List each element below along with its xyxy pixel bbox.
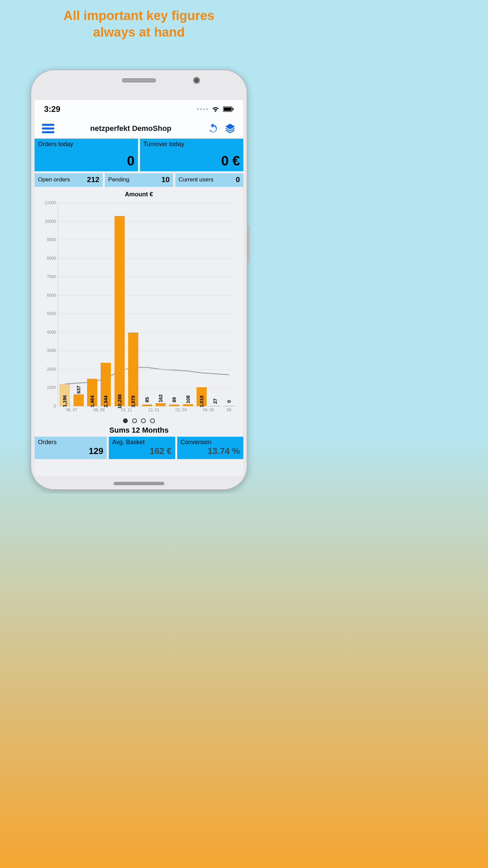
- tile-label: Avg. Basket: [112, 439, 171, 446]
- y-tick: 4000: [47, 330, 58, 335]
- tile-value: 0: [38, 153, 135, 169]
- bar-value-label: 85: [144, 397, 150, 403]
- tile-label: Orders: [38, 439, 103, 446]
- x-tick: 02, 03: [176, 406, 187, 412]
- bar-02[interactable]: 89: [169, 405, 179, 406]
- y-tick: 1000: [47, 385, 58, 390]
- refresh-icon[interactable]: [207, 123, 219, 134]
- wifi-icon: [211, 106, 220, 113]
- bar-value-label: 1,196: [62, 395, 67, 407]
- kpi-small-row: Open orders 212 Pending 10 Current users…: [35, 173, 243, 187]
- bar-value-label: 1,484: [89, 395, 95, 407]
- phone-speaker: [122, 78, 156, 82]
- bar-value-label: 162: [158, 394, 163, 402]
- sums-title: Sums 12 Months: [39, 426, 239, 435]
- tile-orders-today[interactable]: Orders today 0: [35, 139, 138, 171]
- battery-icon: [223, 106, 234, 112]
- app-title: netzperfekt DemoShop: [60, 124, 202, 133]
- tile-label: Conversion: [181, 439, 240, 446]
- bar-value-label: 108: [185, 395, 191, 403]
- y-tick: 8000: [47, 256, 58, 261]
- bar-06[interactable]: 1,196: [60, 384, 70, 406]
- status-bar: 3:29: [35, 100, 243, 118]
- tile-value: 0: [236, 175, 240, 184]
- bar-08[interactable]: 1,484: [87, 379, 97, 406]
- bar-11[interactable]: 3,979: [128, 333, 138, 406]
- bar-value-label: 10,288: [117, 394, 122, 409]
- tile-label: Turnover today: [143, 141, 240, 148]
- tile-sums-basket[interactable]: Avg. Basket 162 €: [109, 437, 175, 459]
- status-icons: [197, 106, 234, 113]
- chart-title: Amount €: [39, 191, 239, 198]
- y-tick: 3000: [47, 348, 58, 353]
- tile-value: 13.74 %: [181, 446, 240, 456]
- cellular-icon: [197, 108, 208, 110]
- bar-07[interactable]: 637: [74, 394, 84, 406]
- bar-01[interactable]: 162: [156, 403, 166, 406]
- tile-label: Orders today: [38, 141, 135, 148]
- app-header: netzperfekt DemoShop: [35, 118, 243, 139]
- y-tick: 10000: [45, 219, 58, 224]
- bar-05[interactable]: 27: [210, 406, 220, 406]
- x-tick: 04, 05: [203, 406, 214, 412]
- bar-value-label: 89: [171, 397, 177, 402]
- pagination-dots[interactable]: [39, 418, 239, 425]
- tile-current-users[interactable]: Current users 0: [175, 173, 243, 187]
- tile-value: 129: [38, 446, 103, 456]
- headline-line-1: All important key figures: [63, 8, 215, 23]
- menu-icon[interactable]: [42, 124, 54, 133]
- y-tick: 9000: [47, 237, 58, 242]
- y-tick: 5000: [47, 311, 58, 316]
- bar-value-label: 27: [212, 398, 218, 404]
- bar-04[interactable]: 1,018: [197, 387, 207, 406]
- tile-label: Pending: [108, 176, 161, 183]
- tile-sums-orders[interactable]: Orders 129: [35, 437, 107, 459]
- tile-open-orders[interactable]: Open orders 212: [35, 173, 103, 187]
- svg-rect-1: [224, 107, 231, 111]
- headline-line-2: always at hand: [93, 25, 185, 39]
- tile-label: Open orders: [38, 176, 87, 183]
- bar-06[interactable]: 0: [224, 406, 234, 406]
- x-tick: 06: [227, 406, 231, 412]
- dot-3[interactable]: [150, 418, 155, 423]
- chart-section: Amount € 0100020003000400050006000700080…: [35, 187, 243, 435]
- dot-1[interactable]: [132, 418, 137, 423]
- app-screen: 3:29 netzperfekt DemoShop: [35, 100, 243, 476]
- x-tick: 12, 01: [148, 406, 159, 412]
- marketing-headline: All important key figures always at hand: [0, 0, 278, 41]
- svg-rect-2: [233, 108, 234, 110]
- y-tick: 11000: [45, 200, 58, 205]
- phone-home-bar: [114, 482, 164, 485]
- y-tick: 0: [54, 404, 58, 409]
- tile-label: Current users: [179, 176, 236, 183]
- bar-value-label: 1,018: [199, 395, 204, 407]
- bar-03[interactable]: 108: [183, 404, 193, 406]
- y-tick: 7000: [47, 274, 58, 279]
- chart-canvas[interactable]: 0100020003000400050006000700080009000100…: [39, 199, 239, 416]
- tile-pending[interactable]: Pending 10: [105, 173, 173, 187]
- sums-tiles: Orders 129 Avg. Basket 162 € Conversion …: [35, 437, 243, 459]
- bar-value-label: 0: [226, 400, 232, 403]
- y-tick: 2000: [47, 367, 58, 372]
- layers-icon[interactable]: [224, 123, 236, 134]
- y-tick: 6000: [47, 293, 58, 298]
- phone-front-camera: [193, 77, 200, 84]
- bar-09[interactable]: 2,344: [101, 363, 111, 406]
- dot-0[interactable]: [123, 418, 128, 423]
- kpi-today-row: Orders today 0 Turnover today 0 €: [35, 139, 243, 171]
- bar-value-label: 2,344: [103, 395, 108, 407]
- dot-2[interactable]: [141, 418, 146, 423]
- tile-value: 212: [87, 175, 100, 184]
- phone-mockup: 3:29 netzperfekt DemoShop: [30, 70, 247, 490]
- x-tick: 06, 07: [66, 406, 77, 412]
- bar-12[interactable]: 85: [142, 405, 152, 406]
- status-time: 3:29: [44, 104, 60, 114]
- tile-value: 10: [161, 175, 169, 184]
- tile-value: 0 €: [143, 153, 240, 169]
- trend-line: [58, 203, 236, 406]
- tile-turnover-today[interactable]: Turnover today 0 €: [140, 139, 243, 171]
- bar-10[interactable]: 10,288: [115, 216, 125, 406]
- bar-value-label: 637: [76, 386, 81, 394]
- tile-value: 162 €: [112, 446, 171, 456]
- tile-sums-conversion[interactable]: Conversion 13.74 %: [177, 437, 243, 459]
